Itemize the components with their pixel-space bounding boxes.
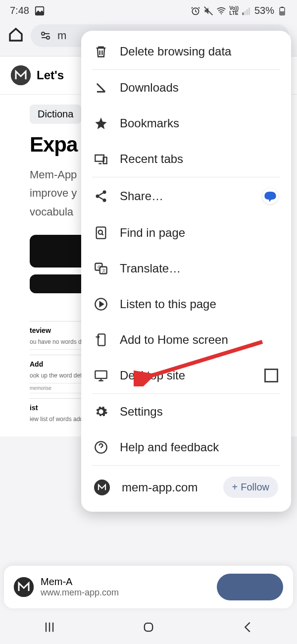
svg-rect-21 [95,155,104,161]
site-settings-icon [40,30,51,42]
add-home-icon [94,333,108,347]
battery-icon [277,6,287,16]
menu-share[interactable]: Share… [81,177,291,215]
menu-label: Delete browsing data [120,45,231,58]
status-bar: 7:48 Vo))LTE 53% [0,0,297,21]
svg-rect-6 [247,9,248,15]
menu-label: Share… [120,189,163,203]
star-icon [94,116,108,130]
svg-rect-4 [243,12,244,15]
menu-label: Find in page [120,226,185,240]
site-logo-icon [11,65,31,85]
follow-label: Follow [241,482,269,493]
menu-label: mem-app.com [122,481,198,494]
menu-desktop-site[interactable]: Desktop site [81,358,291,393]
menu-find[interactable]: Find in page [81,215,291,251]
menu-label: Listen to this page [120,297,216,311]
menu-bookmarks[interactable]: Bookmarks [81,106,291,141]
install-title: Mem-A [41,576,210,588]
gear-icon [94,405,108,419]
plus-icon: + [232,482,238,493]
svg-rect-33 [98,334,105,345]
menu-settings[interactable]: Settings [81,394,291,429]
share-icon [94,189,108,203]
find-icon [94,226,108,240]
alarm-icon [191,6,200,16]
menu-label: Translate… [120,262,181,275]
site-header-text: Let's [37,68,64,82]
system-nav [0,610,297,644]
home-button[interactable] [142,620,155,634]
menu-label: Downloads [120,81,179,95]
menu-label: Settings [120,405,163,419]
menu-site-row[interactable]: mem-app.com + Follow [81,466,291,509]
image-icon [34,5,45,16]
menu-downloads[interactable]: Downloads [81,70,291,106]
quick-share-icon[interactable] [262,188,278,204]
desktop-checkbox[interactable] [264,369,278,382]
install-logo-icon [14,577,34,597]
back-button[interactable] [241,620,254,634]
menu-label: Desktop site [120,369,185,382]
translate-icon: G文 [94,262,108,275]
status-left: 7:48 [10,5,45,16]
install-text: Mem-A www.mem-app.com [41,576,210,598]
overflow-menu: Delete browsing data Downloads Bookmarks… [81,31,291,512]
play-icon [94,297,108,311]
svg-point-27 [99,230,102,234]
svg-rect-20 [145,623,152,631]
menu-translate[interactable]: G文 Translate… [81,251,291,286]
svg-rect-5 [245,11,246,15]
svg-rect-7 [248,7,250,15]
menu-label: Recent tabs [120,152,183,166]
svg-point-36 [95,481,109,494]
menu-recent-tabs[interactable]: Recent tabs [81,141,291,177]
battery-percent: 53% [254,5,274,16]
svg-rect-22 [103,158,107,164]
menu-label: Help and feedback [120,440,219,454]
menu-listen[interactable]: Listen to this page [81,286,291,322]
menu-label: Add to Home screen [120,333,228,347]
status-right: Vo))LTE 53% [191,5,287,16]
status-time: 7:48 [10,5,29,16]
svg-text:G: G [98,265,101,269]
help-icon [94,440,108,454]
svg-point-11 [42,32,45,35]
url-text: m [57,29,66,42]
volte-icon: Vo))LTE [229,6,239,16]
signal-icon [242,6,251,16]
menu-delete-data[interactable]: Delete browsing data [81,34,291,69]
menu-label: Bookmarks [120,116,179,130]
recents-button[interactable] [43,620,56,634]
svg-rect-34 [95,371,106,378]
trash-icon [94,45,108,58]
install-banner: Mem-A www.mem-app.com [4,566,293,608]
download-icon [94,81,108,95]
site-favicon-icon [94,480,110,495]
category-pill[interactable]: Dictiona [30,105,81,124]
devices-icon [94,152,108,166]
svg-rect-26 [97,227,106,238]
svg-point-25 [103,199,106,202]
home-icon[interactable] [8,27,24,45]
menu-help[interactable]: Help and feedback [81,429,291,465]
svg-point-24 [96,195,99,198]
svg-text:文: 文 [102,268,106,273]
svg-point-23 [103,190,106,194]
mute-icon [203,6,213,16]
svg-rect-9 [280,11,284,14]
svg-rect-10 [281,6,284,7]
follow-button[interactable]: + Follow [223,477,278,498]
svg-point-3 [221,13,222,14]
install-url: www.mem-app.com [41,588,210,598]
svg-point-13 [47,36,50,39]
install-button[interactable] [217,574,283,600]
desktop-icon [94,369,108,382]
menu-add-home[interactable]: Add to Home screen [81,322,291,358]
wifi-icon [216,6,226,16]
